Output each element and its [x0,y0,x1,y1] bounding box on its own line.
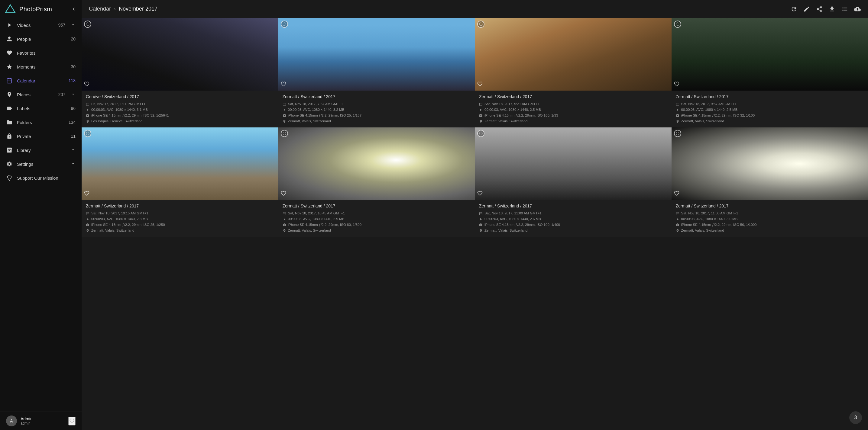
location-text-3: Zermatt, Valais, Switzerland [485,119,527,123]
favorite-icon-8[interactable] [674,191,679,197]
user-name: Admin [21,417,65,421]
select-circle-7[interactable] [477,130,485,137]
sidebar-item-favorites[interactable]: Favorites [0,46,82,60]
refresh-button[interactable] [790,6,797,12]
camera-text-7: iPhone SE 4.15mm ƒ/2.2, 29mm, ISO 100, 1… [485,223,560,227]
sidebar-label-places: Places [17,92,54,97]
photo-thumbnail-5 [82,127,278,200]
sidebar-count-places: 207 [58,92,65,97]
breadcrumb: Calendar › November 2017 [89,6,788,12]
select-circle-6[interactable] [281,130,288,137]
date-text-4: Sat, Nov 18, 2017, 9:57 AM GMT+1 [681,102,737,106]
sidebar-item-folders[interactable]: Folders 134 [0,115,82,129]
photo-meta-8: Sat, Nov 18, 2017, 11:30 AM GMT+1 00:00:… [676,211,864,233]
favorite-icon-6[interactable] [281,191,286,197]
select-circle-8[interactable] [674,130,681,137]
favorite-icon-5[interactable] [84,191,89,197]
sidebar-label-favorites: Favorites [17,51,75,56]
select-circle-4[interactable] [674,21,681,28]
sidebar-count-calendar: 118 [69,78,75,83]
collapse-button[interactable] [71,6,77,12]
date-text-2: Sat, Nov 18, 2017, 7:54 AM GMT+1 [288,102,343,106]
sidebar-item-labels[interactable]: Labels 96 [0,101,82,115]
sidebar-item-support[interactable]: Support Our Mission [0,171,82,185]
logout-button[interactable] [68,417,75,426]
photo-meta-5: Sat, Nov 18, 2017, 10:15 AM GMT+1 00:00:… [86,211,274,233]
location-text-1: Les Pâquis, Genève, Switzerland [91,119,142,123]
selection-overlay-2 [281,21,288,28]
photo-card-2[interactable]: Zermatt / Switzerland / 2017 Sat, Nov 18… [278,18,475,127]
sidebar-count-videos: 957 [58,23,65,28]
camera-meta-icon-6 [283,223,286,227]
sidebar-item-people[interactable]: People 20 [0,32,82,46]
photo-card-3[interactable]: Zermatt / Switzerland / 2017 Sat, Nov 18… [475,18,672,127]
play-meta-icon-1 [86,108,89,112]
camera-meta-icon-5 [86,223,89,227]
sidebar-item-settings[interactable]: Settings [0,157,82,171]
person-icon [6,36,13,42]
sidebar-header: PhotoPrism [0,0,82,18]
play-meta-icon-3 [479,108,483,112]
sidebar-item-private[interactable]: Private 11 [0,129,82,143]
favorite-icon-3[interactable] [477,81,483,88]
map-pin-icon [6,91,13,98]
sidebar-item-places[interactable]: Places 207 [0,88,82,101]
location-meta-icon-3 [479,120,483,124]
photo-info-1: Genève / Switzerland / 2017 Fri, Nov 17,… [82,91,278,127]
select-circle-5[interactable] [84,130,91,137]
calendar-meta-icon-3 [479,102,483,107]
favorite-icon-7[interactable] [477,191,483,197]
photo-card-7[interactable]: Zermatt / Switzerland / 2017 Sat, Nov 18… [475,127,672,237]
photo-meta-1: Fri, Nov 17, 2017, 1:11 PM GMT+1 00:00:0… [86,102,274,124]
svg-rect-36 [479,212,483,215]
location-meta-icon-7 [479,229,483,233]
photo-card-8[interactable]: Zermatt / Switzerland / 2017 Sat, Nov 18… [672,127,868,237]
meta-duration-7: 00:00:03, AVC, 1080 × 1440, 2.6 MB [479,217,667,222]
upload-button[interactable] [854,6,861,12]
meta-date-8: Sat, Nov 18, 2017, 11:30 AM GMT+1 [676,211,864,216]
svg-point-40 [676,132,679,135]
sidebar-item-calendar[interactable]: Calendar 118 [0,74,82,88]
photo-card-1[interactable]: Genève / Switzerland / 2017 Fri, Nov 17,… [82,18,278,127]
play-meta-icon-6 [283,218,286,222]
select-circle-1[interactable] [84,21,91,28]
edit-button[interactable] [803,6,810,12]
photo-title-7: Zermatt / Switzerland / 2017 [479,203,667,208]
meta-date-5: Sat, Nov 18, 2017, 10:15 AM GMT+1 [86,211,274,216]
photo-card-4[interactable]: Zermatt / Switzerland / 2017 Sat, Nov 18… [672,18,868,127]
camera-text-2: iPhone SE 4.15mm ƒ/2.2, 29mm, ISO 25, 1/… [288,113,362,117]
favorite-icon-1[interactable] [84,81,89,88]
selection-overlay-6 [281,130,288,137]
play-meta-icon-8 [676,218,679,222]
sidebar-item-library[interactable]: Library [0,143,82,157]
download-button[interactable] [829,6,835,12]
meta-location-7: Zermatt, Valais, Switzerland [479,229,667,233]
lock-icon [6,133,13,139]
favorite-icon-4[interactable] [674,81,679,88]
play-meta-icon-2 [283,108,286,112]
svg-rect-11 [283,103,286,106]
app-logo [5,4,16,14]
camera-text-1: iPhone SE 4.15mm ƒ/2.2, 29mm, ISO 32, 1/… [91,113,168,117]
selection-overlay-7 [477,130,485,137]
photo-card-6[interactable]: Zermatt / Switzerland / 2017 Sat, Nov 18… [278,127,475,237]
camera-text-8: iPhone SE 4.15mm ƒ/2.2, 29mm, ISO 50, 1/… [681,223,757,227]
location-meta-icon-6 [283,229,286,233]
sidebar-item-videos[interactable]: Videos 957 [0,18,82,32]
share-button[interactable] [816,6,823,12]
topbar-actions [790,6,861,12]
list-view-button[interactable] [841,6,848,12]
meta-location-5: Zermatt, Valais, Switzerland [86,229,274,233]
location-text-2: Zermatt, Valais, Switzerland [288,119,331,123]
location-text-4: Zermatt, Valais, Switzerland [681,119,724,123]
favorite-icon-2[interactable] [281,81,286,88]
select-circle-2[interactable] [281,21,288,28]
sidebar-item-moments[interactable]: Moments 30 [0,60,82,74]
scroll-badge[interactable]: 3 [849,411,862,424]
user-role: admin [21,421,65,426]
select-circle-3[interactable] [477,21,485,28]
camera-text-3: iPhone SE 4.15mm ƒ/2.2, 29mm, ISO 160, 1… [485,113,558,117]
camera-meta-icon-4 [676,114,679,118]
breadcrumb-root[interactable]: Calendar [89,6,111,12]
photo-card-5[interactable]: Zermatt / Switzerland / 2017 Sat, Nov 18… [82,127,278,237]
